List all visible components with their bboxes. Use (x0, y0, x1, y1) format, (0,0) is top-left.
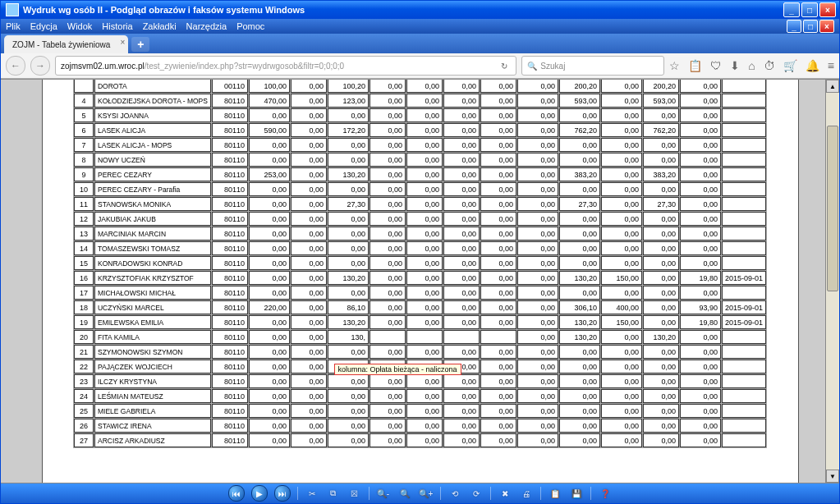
viewer-toolbar-button[interactable]: 🔍 (397, 486, 412, 501)
inner-maximize-button[interactable]: □ (803, 20, 818, 33)
cell: 0,00 (517, 286, 558, 300)
menu-item[interactable]: Pomoc (236, 21, 264, 31)
reload-icon[interactable]: ↻ (498, 62, 511, 71)
viewer-toolbar-button[interactable]: ❓ (598, 486, 613, 501)
cell: 0,00 (328, 153, 369, 167)
toolbar-icon[interactable]: ☆ (669, 59, 680, 72)
scroll-up-icon[interactable]: ▲ (826, 80, 839, 93)
viewer-toolbar-button[interactable]: 🖨 (519, 486, 534, 501)
cell: 80110 (212, 345, 248, 359)
viewer-toolbar-button[interactable]: 🔍+ (419, 486, 434, 501)
titlebar: Wydruk wg osób II - Podgląd obrazów i fa… (1, 1, 839, 19)
toolbar-icon[interactable]: ⬇ (730, 59, 740, 72)
cell: 0,00 (406, 345, 443, 359)
cell: 0,00 (291, 433, 327, 447)
cell: 0,00 (517, 374, 558, 388)
row-name: KRZYSZTOFIAK KRZYSZTOF (94, 271, 211, 285)
scroll-thumb[interactable] (827, 126, 838, 291)
forward-button[interactable]: → (30, 56, 50, 76)
cell: 0,00 (680, 123, 721, 137)
cell: 0,00 (443, 374, 480, 388)
search-input[interactable]: 🔍 Szukaj (521, 56, 664, 76)
close-button[interactable]: × (819, 2, 836, 17)
viewer-toolbar-button[interactable]: ▶ (251, 485, 268, 502)
toolbar-icon[interactable]: ≡ (828, 59, 834, 72)
cell: 0,00 (291, 315, 327, 329)
maximize-button[interactable]: □ (801, 2, 818, 17)
viewer-toolbar-button[interactable]: ✂ (305, 486, 319, 501)
cell: 0,00 (370, 167, 406, 181)
cell: 0,00 (406, 374, 443, 388)
row-name: PEREC CEZARY - Parafia (94, 182, 211, 196)
cell: 100,00 (249, 80, 290, 93)
url-path: /test_zywienie/index.php?str=wydrwgosob&… (145, 62, 344, 71)
cell: 130,20 (328, 271, 369, 285)
cell: 0,00 (328, 433, 369, 447)
cell: 0,00 (517, 433, 558, 447)
cell: 130,20 (559, 330, 600, 344)
cell (722, 80, 766, 93)
viewer-toolbar-button[interactable]: ⟲ (448, 486, 462, 501)
menu-item[interactable]: Edycja (30, 21, 57, 31)
toolbar-icon[interactable]: ⌂ (748, 59, 755, 72)
cell: 0,00 (370, 286, 406, 300)
inner-close-button[interactable]: × (819, 20, 834, 33)
row-name: LASEK ALICJA - MOPS (94, 138, 211, 152)
cell: 0,00 (406, 419, 443, 433)
cell: 80110 (212, 389, 248, 403)
cell: 0,00 (406, 212, 443, 226)
table-row: 12JAKUBIAK JAKUB801100,000,000,000,000,0… (74, 212, 766, 226)
toolbar-icon[interactable]: 🔔 (806, 59, 819, 72)
menu-item[interactable]: Historia (102, 21, 132, 31)
cell: 0,00 (643, 419, 679, 433)
toolbar-icon[interactable]: ⏱ (764, 59, 775, 72)
url-bar[interactable]: zojmsvm02.um.wroc.pl/test_zywienie/index… (55, 56, 516, 76)
viewer-toolbar-button[interactable]: ⧉ (326, 486, 341, 501)
row-index: 26 (74, 419, 94, 433)
browser-tab[interactable]: ZOJM - Tabela żywieniowa × (4, 35, 128, 53)
toolbar-icon[interactable]: 🛡 (710, 59, 722, 72)
menu-item[interactable]: Widok (67, 21, 93, 31)
cell: 130,20 (643, 330, 679, 344)
cell (722, 286, 766, 300)
back-button[interactable]: ← (6, 56, 25, 76)
cell: 0,00 (370, 389, 406, 403)
row-name: ARCISZ ARKADIUSZ (94, 433, 211, 447)
column-tooltip: kolumna: Opłata bieżąca - naliczona (334, 364, 461, 375)
cell: 0,00 (480, 271, 516, 285)
viewer-toolbar-button[interactable]: ⏭ (274, 485, 291, 502)
cell: 0,00 (249, 241, 290, 255)
cell: 590,00 (249, 123, 290, 137)
vertical-scrollbar[interactable]: ▲ ▼ (825, 80, 839, 483)
viewer-toolbar-button[interactable]: ✖ (498, 486, 512, 501)
scroll-down-icon[interactable]: ▼ (826, 470, 839, 483)
viewer-toolbar-button[interactable]: 💾 (569, 486, 584, 501)
row-name: KSYSI JOANNA (94, 108, 211, 122)
viewer-toolbar-button[interactable]: 🔍- (376, 486, 391, 501)
tab-close-icon[interactable]: × (120, 38, 125, 47)
minimize-button[interactable]: _ (783, 2, 800, 17)
cell: 0,00 (643, 227, 679, 241)
viewer-toolbar-button[interactable]: ☒ (347, 486, 362, 501)
viewer-toolbar-button[interactable]: ⏮ (228, 485, 245, 502)
table-row: 24LEŚMIAN MATEUSZ801100,000,000,000,000,… (74, 389, 766, 403)
cell: 0,00 (443, 80, 480, 93)
cell: 0,00 (680, 182, 721, 196)
cell: 0,00 (328, 419, 369, 433)
viewer-toolbar-button[interactable]: 📋 (548, 486, 562, 501)
cell: 0,00 (480, 404, 516, 418)
viewer-toolbar-button[interactable]: ⟳ (469, 486, 484, 501)
new-tab-button[interactable]: + (131, 37, 149, 52)
inner-minimize-button[interactable]: _ (787, 20, 801, 33)
table-row: DOROTA00110100,000,00100,200,000,000,000… (74, 80, 766, 93)
cell: 0,00 (680, 153, 721, 167)
cell: 0,00 (601, 138, 642, 152)
menu-item[interactable]: Plik (6, 21, 21, 31)
row-index: 17 (74, 286, 94, 300)
toolbar-icon[interactable]: 🛒 (783, 59, 797, 72)
scroll-track[interactable] (827, 93, 838, 470)
toolbar-icon[interactable]: 📋 (688, 59, 702, 72)
menu-item[interactable]: Narzędzia (186, 21, 227, 31)
cell (722, 360, 766, 373)
menu-item[interactable]: Zakładki (143, 21, 177, 31)
